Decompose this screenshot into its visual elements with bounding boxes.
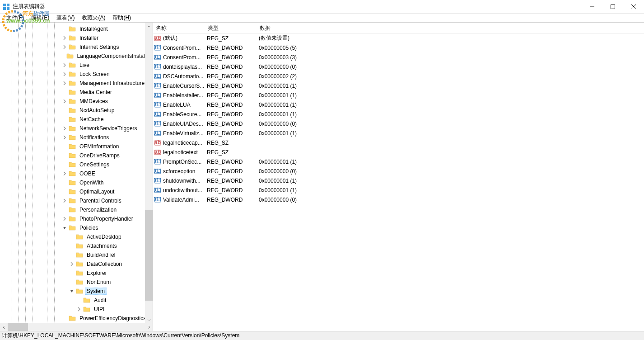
value-row[interactable]: 011EnableSecure...REG_DWORD0x00000001 (1… <box>153 109 644 119</box>
tree-item[interactable]: OneDriveRamps <box>0 151 153 160</box>
tree-item[interactable]: OneSettings <box>0 160 153 169</box>
scroll-right-button[interactable] <box>145 323 153 331</box>
chevron-right-icon[interactable] <box>61 44 68 50</box>
tree-item[interactable]: Live <box>0 61 153 70</box>
value-row[interactable]: ablegalnoticetextREG_SZ <box>153 147 644 157</box>
value-type: REG_SZ <box>205 149 257 156</box>
column-header-name[interactable]: 名称 <box>153 23 205 33</box>
expander-blank <box>61 189 68 195</box>
tree-item[interactable]: Parental Controls <box>0 196 153 205</box>
chevron-right-icon[interactable] <box>61 198 68 204</box>
tree-item[interactable]: Lock Screen <box>0 70 153 79</box>
tree-item[interactable]: NcdAutoSetup <box>0 106 153 115</box>
value-row[interactable]: 011DSCAutomatio...REG_DWORD0x00000002 (2… <box>153 71 644 81</box>
tree-item[interactable]: InstallAgent <box>0 24 153 33</box>
value-row[interactable]: 011EnableVirtualiz...REG_DWORD0x00000001… <box>153 128 644 138</box>
value-data: 0x00000001 (1) <box>257 178 644 184</box>
value-type: REG_DWORD <box>205 83 257 89</box>
value-row[interactable]: 011shutdownwith...REG_DWORD0x00000001 (1… <box>153 176 644 185</box>
tree-item[interactable]: Management Infrastructure <box>0 79 153 88</box>
value-type: REG_SZ <box>205 140 257 146</box>
scroll-thumb-horizontal[interactable] <box>8 323 28 331</box>
tree-item[interactable]: Policies <box>0 223 153 232</box>
tree-item[interactable]: OpenWith <box>0 178 153 187</box>
column-header-type[interactable]: 类型 <box>205 23 257 33</box>
chevron-right-icon[interactable] <box>76 306 82 312</box>
value-name: DSCAutomatio... <box>163 73 205 80</box>
tree-item[interactable]: LanguageComponentsInstaller <box>0 52 153 61</box>
chevron-right-icon[interactable] <box>61 98 68 104</box>
chevron-right-icon[interactable] <box>61 35 68 41</box>
value-row[interactable]: 011ValidateAdmi...REG_DWORD0x00000000 (0… <box>153 195 644 204</box>
chevron-right-icon[interactable] <box>61 62 68 68</box>
menu-view[interactable]: 查看(V) <box>53 14 78 22</box>
chevron-right-icon[interactable] <box>61 125 68 132</box>
value-row[interactable]: ablegalnoticecap...REG_SZ <box>153 138 644 147</box>
value-name: scforceoption <box>163 168 205 175</box>
value-row[interactable]: 011dontdisplaylas...REG_DWORD0x00000000 … <box>153 62 644 71</box>
value-row[interactable]: 011EnableUIADes...REG_DWORD0x00000000 (0… <box>153 119 644 128</box>
tree-item[interactable]: Internet Settings <box>0 42 153 52</box>
scroll-left-button[interactable] <box>0 323 8 331</box>
svg-text:011: 011 <box>154 101 161 108</box>
tree-item[interactable]: Notifications <box>0 133 153 142</box>
value-type: REG_DWORD <box>205 73 257 80</box>
menu-favorites[interactable]: 收藏夹(A) <box>78 14 109 22</box>
chevron-right-icon[interactable] <box>61 80 68 86</box>
menu-help[interactable]: 帮助(H) <box>109 14 135 22</box>
value-row[interactable]: 011scforceoptionREG_DWORD0x00000000 (0) <box>153 166 644 176</box>
value-row[interactable]: 011PromptOnSec...REG_DWORD0x00000001 (1) <box>153 157 644 166</box>
value-data: 0x00000001 (1) <box>257 159 644 165</box>
chevron-down-icon[interactable] <box>69 288 75 294</box>
tree-item[interactable]: UIPI <box>0 305 153 314</box>
scroll-thumb-vertical[interactable] <box>145 210 153 301</box>
maximize-button[interactable] <box>602 0 623 14</box>
tree-item[interactable]: NetCache <box>0 115 153 124</box>
tree-item[interactable]: ActiveDesktop <box>0 232 153 241</box>
tree-item[interactable]: MMDevices <box>0 97 153 106</box>
value-row[interactable]: ab(默认)REG_SZ(数值未设置) <box>153 33 644 43</box>
tree-item[interactable]: DataCollection <box>0 260 153 269</box>
value-row[interactable]: 011EnableLUAREG_DWORD0x00000001 (1) <box>153 100 644 109</box>
tree-item[interactable]: BuildAndTel <box>0 250 153 260</box>
tree-vertical-scrollbar[interactable] <box>145 23 153 323</box>
close-button[interactable] <box>623 0 644 14</box>
chevron-right-icon[interactable] <box>61 134 68 141</box>
tree-item[interactable]: OOBE <box>0 169 153 178</box>
tree-item[interactable]: NonEnum <box>0 278 153 287</box>
tree-item[interactable]: Attachments <box>0 241 153 250</box>
folder-icon <box>69 315 76 322</box>
value-row[interactable]: 011ConsentProm...REG_DWORD0x00000005 (5) <box>153 43 644 52</box>
column-header-data[interactable]: 数据 <box>257 23 644 33</box>
value-row[interactable]: 011ConsentProm...REG_DWORD0x00000003 (3) <box>153 52 644 62</box>
chevron-right-icon[interactable] <box>61 216 68 222</box>
tree-item[interactable]: Personalization <box>0 205 153 214</box>
scroll-up-button[interactable] <box>145 23 153 30</box>
value-row[interactable]: 011undockwithout...REG_DWORD0x00000001 (… <box>153 185 644 195</box>
tree-horizontal-scrollbar[interactable] <box>0 323 153 331</box>
tree-item[interactable]: NetworkServiceTriggers <box>0 124 153 133</box>
tree-item[interactable]: OEMInformation <box>0 142 153 151</box>
tree-item[interactable]: Media Center <box>0 88 153 97</box>
tree-item[interactable]: OptimalLayout <box>0 187 153 196</box>
tree-item[interactable]: System <box>0 287 153 296</box>
menu-file[interactable]: 文件(F) <box>3 14 28 22</box>
scroll-down-button[interactable] <box>145 316 153 323</box>
tree-label: NetworkServiceTriggers <box>78 125 139 132</box>
chevron-right-icon[interactable] <box>69 261 75 267</box>
tree-label: NonEnum <box>85 279 112 286</box>
tree-item[interactable]: Audit <box>0 296 153 305</box>
folder-icon <box>69 71 76 78</box>
minimize-button[interactable] <box>582 0 602 14</box>
chevron-right-icon[interactable] <box>61 170 68 177</box>
value-row[interactable]: 011EnableCursorS...REG_DWORD0x00000001 (… <box>153 81 644 90</box>
tree-item[interactable]: Installer <box>0 33 153 42</box>
chevron-right-icon[interactable] <box>61 71 68 77</box>
tree-item[interactable]: PhotoPropertyHandler <box>0 214 153 223</box>
value-row[interactable]: 011EnableInstaller...REG_DWORD0x00000001… <box>153 90 644 100</box>
value-type: REG_DWORD <box>205 111 257 118</box>
tree-item[interactable]: PowerEfficiencyDiagnostics <box>0 314 153 323</box>
menu-edit[interactable]: 编辑(E) <box>28 14 53 22</box>
tree-item[interactable]: Explorer <box>0 269 153 278</box>
chevron-down-icon[interactable] <box>61 225 68 231</box>
